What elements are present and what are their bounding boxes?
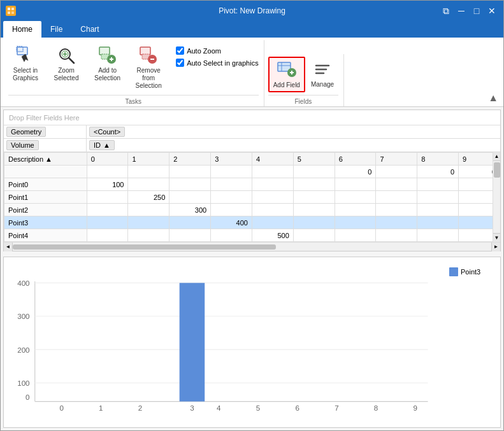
table-row[interactable]: Point4500 xyxy=(4,229,500,242)
scroll-down-button[interactable]: ▼ xyxy=(493,233,500,242)
scroll-left-button[interactable]: ◄ xyxy=(4,243,13,251)
svg-text:9: 9 xyxy=(414,404,417,412)
window-title: Pivot: New Drawing xyxy=(1,6,503,15)
col-header-7: 7 xyxy=(376,153,417,166)
cell-value xyxy=(417,178,459,191)
cell-value xyxy=(211,166,252,178)
add-field-label: Add Field xyxy=(273,81,300,89)
svg-rect-2 xyxy=(8,11,10,14)
chart-legend: Point3 xyxy=(444,262,495,422)
auto-select-input[interactable] xyxy=(176,59,184,67)
fields-group-label: Fields xyxy=(268,95,338,106)
cell-value: 0 xyxy=(417,166,459,178)
auto-select-checkbox[interactable]: Auto Select in graphics xyxy=(176,59,259,67)
main-window: Pivot: New Drawing ⧉ ─ □ ✕ Home File Cha… xyxy=(0,0,504,431)
cell-value xyxy=(417,216,459,229)
remove-selection-button[interactable]: Remove from Selection xyxy=(126,43,171,92)
title-bar: Pivot: New Drawing ⧉ ─ □ ✕ xyxy=(1,1,503,21)
remove-selection-icon xyxy=(138,45,159,66)
table-scrollbar[interactable]: ▲ ▼ xyxy=(493,152,500,242)
svg-text:0: 0 xyxy=(25,393,30,401)
close-button[interactable]: ✕ xyxy=(486,4,498,17)
cell-value xyxy=(293,204,335,216)
description-header[interactable]: Description ▲ xyxy=(4,153,87,166)
table-row[interactable]: Point2300 xyxy=(4,204,500,216)
h-scrollbar[interactable]: ◄ ► xyxy=(4,242,500,251)
table-row[interactable]: Point1250 xyxy=(4,191,500,204)
scroll-thumb[interactable] xyxy=(494,162,500,178)
table-row[interactable]: Point0100 xyxy=(4,178,500,191)
ribbon: Home File Chart xyxy=(1,21,503,107)
ribbon-group-fields: Add Field Manage Fie xyxy=(266,54,344,106)
svg-rect-4 xyxy=(17,47,27,55)
cell-value xyxy=(376,216,417,229)
cell-value: 250 xyxy=(128,191,169,204)
tab-home[interactable]: Home xyxy=(3,21,41,38)
tab-file[interactable]: File xyxy=(41,21,71,38)
select-graphics-icon xyxy=(15,45,36,66)
main-content: Drop Filter Fields Here Geometry Volume … xyxy=(1,107,503,430)
svg-rect-3 xyxy=(11,11,14,14)
cell-value xyxy=(376,204,417,216)
zoom-selected-label: Zoom Selected xyxy=(48,67,84,82)
auto-zoom-input[interactable] xyxy=(176,46,184,55)
id-tag[interactable]: ID ▲ xyxy=(89,140,115,150)
svg-text:2: 2 xyxy=(138,404,142,412)
table-scroll[interactable]: Description ▲ 0 1 2 3 4 5 6 7 xyxy=(4,152,500,242)
cell-value xyxy=(335,178,376,191)
svg-rect-0 xyxy=(8,8,10,10)
ribbon-tabs: Home File Chart xyxy=(1,21,503,38)
cell-value xyxy=(87,191,128,204)
cell-value xyxy=(211,191,252,204)
tab-chart[interactable]: Chart xyxy=(71,21,108,38)
cell-value xyxy=(252,191,293,204)
select-graphics-button[interactable]: Select inGraphics xyxy=(8,43,43,85)
cell-value xyxy=(335,204,376,216)
ribbon-collapse-icon[interactable]: ▲ xyxy=(488,92,498,104)
scroll-up-button[interactable]: ▲ xyxy=(493,152,500,161)
count-tag[interactable]: <Count> xyxy=(89,127,125,137)
app-icon xyxy=(6,6,16,16)
svg-rect-12 xyxy=(99,47,110,55)
cell-value xyxy=(169,178,211,191)
svg-text:200: 200 xyxy=(17,346,30,354)
cell-value xyxy=(128,178,169,191)
auto-zoom-checkbox[interactable]: Auto Zoom xyxy=(176,46,259,55)
table-row[interactable]: 000 xyxy=(4,166,500,178)
cell-value xyxy=(376,191,417,204)
cell-value xyxy=(169,229,211,242)
cell-value xyxy=(87,204,128,216)
zoom-selected-button[interactable]: Zoom Selected xyxy=(44,43,89,85)
cell-value: 0 xyxy=(335,166,376,178)
cell-value xyxy=(169,166,211,178)
maximize-button[interactable]: □ xyxy=(470,4,483,17)
col-header-5: 5 xyxy=(293,153,335,166)
geometry-tag[interactable]: Geometry xyxy=(6,127,46,137)
table-row[interactable]: Point3400 xyxy=(4,216,500,229)
cell-value xyxy=(128,166,169,178)
manage-icon xyxy=(312,59,333,80)
svg-marker-5 xyxy=(22,54,28,62)
add-selection-button[interactable]: Add toSelection xyxy=(90,43,125,85)
cell-value xyxy=(293,178,335,191)
cell-value xyxy=(87,229,128,242)
col-header-3: 3 xyxy=(211,153,252,166)
add-field-button[interactable]: Add Field xyxy=(268,57,305,92)
manage-button[interactable]: Manage xyxy=(306,57,338,91)
pivot-area: Drop Filter Fields Here Geometry Volume … xyxy=(3,110,501,251)
cell-value xyxy=(128,216,169,229)
h-scroll-thumb[interactable] xyxy=(13,244,276,250)
minimize-button[interactable]: ─ xyxy=(455,4,468,17)
svg-rect-17 xyxy=(140,47,150,55)
restore-button[interactable]: ⧉ xyxy=(440,4,452,17)
bar-point3 xyxy=(180,283,205,401)
cell-value: 400 xyxy=(211,216,252,229)
scroll-track xyxy=(493,161,500,233)
cell-value xyxy=(87,166,128,178)
cell-value xyxy=(128,229,169,242)
scroll-right-button[interactable]: ► xyxy=(491,243,500,251)
cell-value xyxy=(293,216,335,229)
filter-drop-zone[interactable]: Drop Filter Fields Here xyxy=(4,110,500,125)
col-header-4: 4 xyxy=(252,153,293,166)
volume-tag[interactable]: Volume xyxy=(6,140,39,150)
